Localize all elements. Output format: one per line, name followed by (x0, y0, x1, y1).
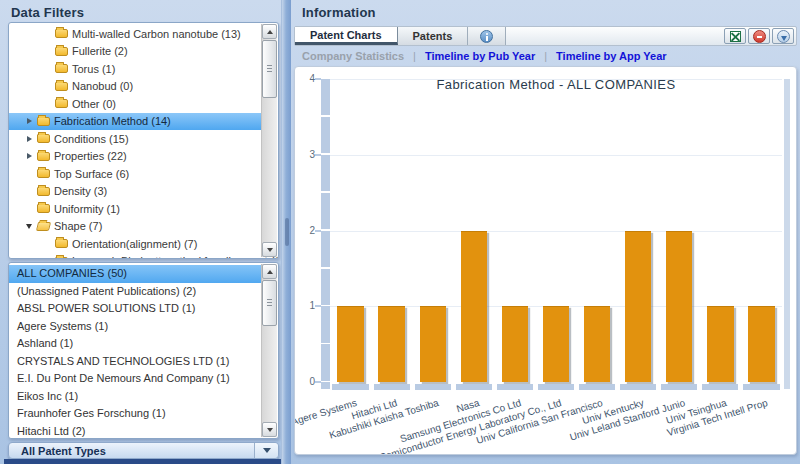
y-tick-label: 3 (299, 149, 315, 160)
folder-icon (55, 257, 68, 259)
tree-item-label: Multi-walled Carbon nanotube (13) (72, 28, 241, 40)
y-tick-label: 0 (299, 376, 315, 387)
tree-item[interactable]: Nanobud (0) (9, 78, 261, 96)
folder-icon (36, 222, 51, 231)
x-tick-slot (659, 384, 700, 390)
tree-scrollbar-thumb[interactable] (262, 40, 277, 98)
folder-icon (55, 239, 68, 248)
company-list-item[interactable]: Agere Systems (1) (9, 318, 261, 336)
triangle-right-icon (27, 118, 32, 124)
tab-patents[interactable]: Patents (398, 27, 469, 45)
dropdown-arrow-button[interactable] (254, 443, 278, 458)
x-tick-slot (535, 384, 576, 390)
x-tick-mark (415, 384, 451, 390)
x-tick-mark (702, 384, 738, 390)
chart-container: Fabrication Method - ALL COMPANIES 01234… (294, 66, 797, 455)
company-scroll-down-button[interactable] (262, 422, 277, 437)
company-list-item[interactable]: Hitachi Ltd (2) (9, 423, 261, 440)
tab-info[interactable] (468, 27, 506, 45)
bar-univ-california-san-francisco[interactable] (584, 306, 610, 382)
company-list-item[interactable]: ABSL POWER SOLUTIONS LTD (1) (9, 300, 261, 318)
tree-item[interactable]: Density (3) (9, 183, 261, 201)
bar-kabushiki-kaisha-toshiba[interactable] (420, 306, 446, 382)
tree-item[interactable]: Orientation(alignment) (7) (9, 235, 261, 253)
tree-item[interactable]: Multi-walled Carbon nanotube (13) (9, 25, 261, 43)
company-list-item[interactable]: ALL COMPANIES (50) (9, 265, 261, 283)
x-tick-mark (743, 384, 779, 390)
company-list-item[interactable]: Ashland (1) (9, 335, 261, 353)
bar-semiconductor-energy-laboratory-co-ltd[interactable] (543, 306, 569, 382)
bar-slot (618, 79, 659, 382)
tree-scroll-down-button[interactable] (262, 242, 277, 257)
x-tick-mark (579, 384, 615, 390)
x-tick-mark (497, 384, 533, 390)
tree-item-label: Conditions (15) (54, 133, 129, 145)
arrow-up-icon (267, 30, 273, 34)
x-tick-mark (332, 384, 368, 390)
tree-scroll-up-button[interactable] (262, 24, 277, 39)
folder-icon (37, 204, 50, 213)
excel-export-button[interactable] (724, 28, 746, 44)
tab-label: Patents (413, 30, 453, 42)
chart-link-timeline-by-pub-year[interactable]: Timeline by Pub Year (425, 50, 535, 62)
tree-item[interactable]: Fullerite (2) (9, 43, 261, 61)
expand-arrow-icon[interactable] (23, 136, 35, 142)
company-list-item[interactable]: CRYSTALS AND TECHNOLOGIES LTD (1) (9, 353, 261, 371)
company-list-item[interactable]: Eikos Inc (1) (9, 388, 261, 406)
bar-slot (330, 79, 371, 382)
company-scrollbar-thumb[interactable] (262, 280, 277, 326)
panel-splitter[interactable] (281, 0, 291, 464)
bar-univ-kentucky[interactable] (625, 231, 651, 383)
tree-item-label: Fabrication Method (14) (54, 115, 171, 127)
company-scrollbar[interactable] (261, 264, 277, 437)
tree-item[interactable]: Other (0) (9, 95, 261, 113)
expand-arrow-icon[interactable] (23, 153, 35, 159)
tree-item-label: Uniformity (1) (54, 203, 120, 215)
bar-virginia-tech-intell-prop[interactable] (748, 306, 774, 382)
tree-item[interactable]: Langmuir Blodgett method for alignment (… (9, 253, 261, 260)
bar-samsung-electronics-co-ltd[interactable] (502, 306, 528, 382)
bar-agere-systems[interactable] (337, 306, 363, 382)
x-tick-slot (741, 384, 782, 390)
triangle-right-icon (27, 153, 32, 159)
folder-icon (37, 169, 50, 178)
arrow-down-icon (267, 248, 273, 252)
chart-view-links: Company Statistics|Timeline by Pub Year|… (302, 50, 667, 62)
excel-export-icon (730, 31, 741, 42)
y-tick-label: 4 (299, 73, 315, 84)
info-icon (480, 30, 493, 43)
chart-link-company-statistics[interactable]: Company Statistics (302, 50, 404, 62)
tree-item[interactable]: Top Surface (6) (9, 165, 261, 183)
bars-area (330, 79, 782, 382)
download-button[interactable] (772, 28, 794, 44)
tree-item[interactable]: Shape (7) (9, 218, 261, 236)
tree-item[interactable]: Torus (1) (9, 60, 261, 78)
tree-item[interactable]: Properties (22) (9, 148, 261, 166)
bar-slot (577, 79, 618, 382)
folder-icon (55, 99, 68, 108)
tab-patent-charts[interactable]: Patent Charts (295, 27, 398, 45)
remove-button[interactable] (748, 28, 770, 44)
splitter-grip-icon (285, 218, 289, 246)
tree-item[interactable]: Conditions (15) (9, 130, 261, 148)
tree-item[interactable]: Uniformity (1) (9, 200, 261, 218)
company-list-item[interactable]: E.I. Du Pont De Nemours And Company (1) (9, 370, 261, 388)
folder-icon (55, 64, 68, 73)
bar-univ-leland-stanford-junio[interactable] (666, 231, 692, 383)
company-scroll-up-button[interactable] (262, 264, 277, 279)
tree-item[interactable]: Fabrication Method (14) (9, 113, 261, 131)
tree-scrollbar[interactable] (261, 24, 277, 257)
patent-type-dropdown[interactable]: All Patent Types (8, 442, 279, 459)
folder-icon (37, 134, 50, 143)
filter-tree-box: Multi-walled Carbon nanotube (13)Fulleri… (8, 22, 279, 259)
company-list-item[interactable]: (Unassigned Patent Publications) (2) (9, 283, 261, 301)
bar-hitachi-ltd[interactable] (378, 306, 404, 382)
company-list-item[interactable]: Fraunhofer Ges Forschung (1) (9, 405, 261, 423)
bar-univ-tsinghua[interactable] (707, 306, 733, 382)
expand-arrow-icon[interactable] (23, 224, 35, 229)
expand-arrow-icon[interactable] (23, 118, 35, 124)
chart-link-timeline-by-app-year[interactable]: Timeline by App Year (556, 50, 666, 62)
x-tick-slot (371, 384, 412, 390)
bar-nasa[interactable] (461, 231, 487, 383)
company-list-box: ALL COMPANIES (50)(Unassigned Patent Pub… (8, 262, 279, 439)
